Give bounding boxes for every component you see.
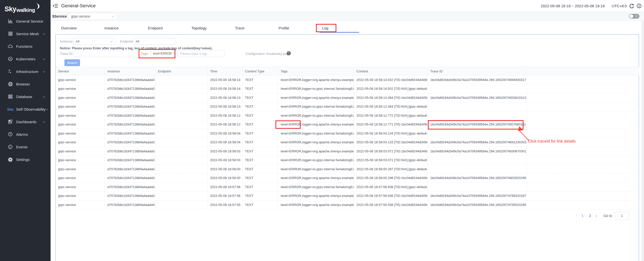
instance-filter-select[interactable]: All: [73, 38, 116, 45]
tag-input[interactable]: [178, 50, 225, 57]
table-row: grpc-serviced70782b8c2d347138b9a4aada0..…: [56, 102, 639, 111]
collapse-sidebar-icon[interactable]: [53, 3, 58, 8]
cell-service: grpc-service: [56, 120, 105, 129]
sidebar-item-alarms[interactable]: Alarms: [0, 128, 51, 141]
sidebar-item-label: Events: [16, 145, 28, 149]
tab-topology[interactable]: Topology: [186, 24, 230, 32]
table-row: grpc-serviced70782b8c2d347138b9a4aada0..…: [56, 147, 639, 156]
cell-content-type: TEXT: [243, 129, 278, 138]
help-icon[interactable]: ?: [287, 51, 291, 55]
cell-trace-id[interactable]: 1bc04d9244d349c0a74a14709349584e.294.165…: [428, 192, 527, 200]
top-header: General-Service 2022-05-08 18:18 ~ 2022-…: [51, 0, 644, 12]
cell-filler: [527, 93, 639, 102]
service-select-value: grpc-service: [71, 14, 111, 18]
cell-instance: d70782b8c2d347138b9a4aada0...: [105, 138, 155, 147]
cell-tags: level=ERROR,logger=org.apache.shenyu.exa…: [278, 75, 354, 84]
cell-time: 2022-05-08 18:58:13: [208, 93, 243, 102]
time-range-picker[interactable]: 2022-05-08 18:18 ~ 2022-05-08 19:18: [541, 4, 605, 8]
sidebar-item-browser[interactable]: Browser: [0, 78, 51, 90]
table-row: grpc-serviced70782b8c2d347138b9a4aada0..…: [56, 129, 639, 138]
vocabulary-page-link[interactable]: Configuration Vocabulary page: [246, 52, 290, 56]
database-icon: [8, 94, 13, 99]
table-row: grpc-serviced70782b8c2d347138b9a4aada0..…: [56, 93, 639, 102]
sidebar-item-label: General Service: [16, 19, 43, 23]
service-toolbar: $Service grpc-service V: [51, 12, 644, 21]
column-header-tags: Tags: [278, 67, 354, 75]
cell-trace-id[interactable]: 1bc04d9244d349c0a74a14709349584e.294.165…: [428, 93, 527, 102]
search-button[interactable]: Search: [64, 59, 80, 66]
cell-trace-id[interactable]: 1bc04d9244d349c0a74a14709349584e.294.165…: [428, 174, 527, 183]
events-icon: [8, 144, 13, 149]
cell-service: grpc-service: [56, 192, 105, 200]
cloud-icon: [8, 44, 13, 49]
sidebar-item-label: Infrastructure: [16, 69, 38, 74]
app-root: Skywalking General ServiceService MeshFu…: [0, 0, 644, 261]
cell-filler: [527, 84, 639, 93]
skywalking-logo[interactable]: Skywalking: [5, 3, 40, 13]
endpoint-filter-input[interactable]: [133, 38, 176, 45]
remove-tag-icon[interactable]: ×: [173, 52, 175, 55]
cell-instance: d70782b8c2d347138b9a4aada0...: [105, 183, 155, 191]
toggle-switch-v[interactable]: V: [629, 14, 639, 19]
page-number-1[interactable]: 1: [579, 214, 586, 218]
info-icon[interactable]: [637, 4, 641, 8]
service-select[interactable]: grpc-service: [68, 13, 117, 20]
cell-endpoint: [155, 93, 208, 102]
tab-profile[interactable]: Profile: [273, 24, 317, 32]
cell-tags: level=ERROR,logger=org.apache.shenyu.exa…: [278, 200, 354, 209]
dashboard-tabs: OverviewInstanceEndpointTopologyTracePro…: [56, 24, 360, 32]
sidebar-item-dashboards[interactable]: Dashboards: [0, 115, 51, 128]
cell-endpoint: [155, 138, 208, 147]
sidebar-item-kubernetes[interactable]: Kubernetes: [0, 53, 51, 65]
scrollbar-track[interactable]: [641, 21, 644, 261]
cell-tags: level=ERROR,logger=org.apache.shenyu.exa…: [278, 138, 354, 147]
cell-filler: [527, 120, 639, 129]
prev-page-icon[interactable]: ‹: [574, 214, 579, 218]
next-page-icon[interactable]: ›: [594, 214, 599, 218]
cell-service: grpc-service: [56, 93, 105, 102]
refresh-icon[interactable]: [629, 4, 634, 8]
cell-service: grpc-service: [56, 183, 105, 191]
cell-endpoint: [155, 129, 208, 138]
tab-log[interactable]: Log: [317, 24, 360, 32]
goto-label: Go to: [603, 214, 612, 218]
cell-time: 2022-05-08 18:58:00: [208, 165, 243, 173]
cell-content-type: TEXT: [243, 111, 278, 120]
sidebar-item-general-service[interactable]: General Service: [0, 15, 51, 27]
cell-endpoint: [155, 84, 208, 93]
tab-endpoint[interactable]: Endpoint: [143, 24, 186, 32]
sidebar-item-service-mesh[interactable]: Service Mesh: [0, 27, 51, 40]
cell-tags: level=ERROR,logger=org.apache.shenyu.exa…: [278, 192, 354, 200]
cell-instance: d70782b8c2d347138b9a4aada0...: [105, 200, 155, 209]
cell-trace-id[interactable]: 1bc04d9244d349c0a74a14709349584e.294.165…: [428, 200, 527, 209]
goto-page-input[interactable]: [615, 212, 629, 220]
cell-content: 2022-05-08 18:58:14.502 [TID:N/A] [grpc-…: [354, 84, 428, 93]
sidebar-item-infrastructure[interactable]: Infrastructure: [0, 65, 51, 78]
tab-instance[interactable]: Instance: [99, 24, 143, 32]
timezone-label[interactable]: UTC+8:0: [612, 4, 627, 8]
trace-id-input[interactable]: [74, 50, 137, 57]
sidebar-item-self-observability[interactable]: Sw)Self Observability: [0, 103, 51, 115]
cell-trace-id[interactable]: 1bc04d9244d349c0a74a14709349584e.294.165…: [428, 147, 527, 156]
tag-chip-level-error[interactable]: level=ERROR ×: [151, 50, 177, 57]
cell-content-type: TEXT: [243, 120, 278, 129]
cell-time: 2022-05-08 18:58:00: [208, 174, 243, 183]
page-number-2[interactable]: 2: [586, 214, 594, 218]
cell-trace-id[interactable]: 1bc04d9244d349c0a74a14709349584e.294.165…: [428, 75, 527, 84]
tag-chip-text: level=ERROR: [153, 52, 172, 55]
sidebar-item-events[interactable]: Events: [0, 141, 51, 153]
tab-trace[interactable]: Trace: [230, 24, 273, 32]
cell-content: 2022-05-08 18:58:12.772 [TID:N/A] [grpc-…: [354, 111, 428, 120]
table-row: grpc-serviced70782b8c2d347138b9a4aada0..…: [56, 120, 639, 129]
tab-overview[interactable]: Overview: [56, 24, 99, 32]
sidebar-item-functions[interactable]: Functions: [0, 40, 51, 53]
sidebar-item-database[interactable]: Database: [0, 90, 51, 103]
cell-service: grpc-service: [56, 165, 105, 173]
sidebar-item-label: Functions: [16, 44, 32, 49]
table-row: grpc-serviced70782b8c2d347138b9a4aada0..…: [56, 174, 639, 183]
column-header-instance: Instance: [105, 67, 155, 75]
cell-instance: d70782b8c2d347138b9a4aada0...: [105, 102, 155, 111]
cell-endpoint: [155, 75, 208, 84]
cell-tags: level=ERROR,logger=org.apache.shenyu.exa…: [278, 93, 354, 102]
sidebar-item-settings[interactable]: Settings: [0, 153, 51, 166]
